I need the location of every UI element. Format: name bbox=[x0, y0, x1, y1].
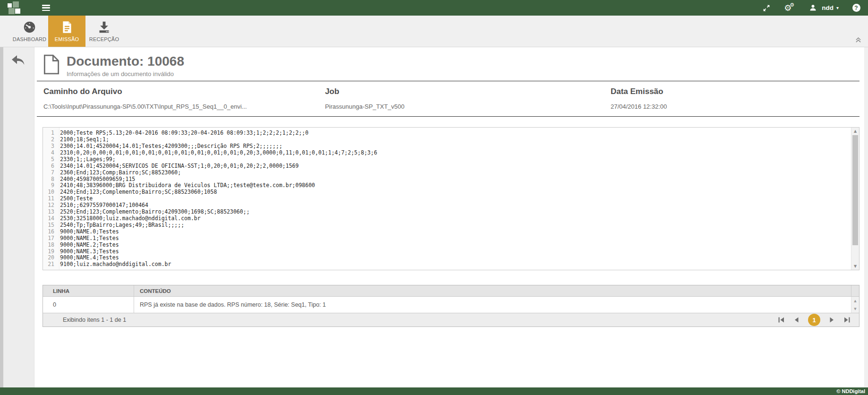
column-header-conteudo[interactable]: CONTEÚDO bbox=[134, 285, 851, 296]
scroll-down-icon[interactable]: ▼ bbox=[851, 263, 859, 270]
user-person-icon bbox=[808, 2, 818, 14]
line-content: 2400;45987005009659;115 bbox=[57, 176, 135, 183]
line-content: 2410;48;38396000;BRG Distribuidora de Ve… bbox=[57, 182, 315, 189]
back-button[interactable] bbox=[10, 54, 27, 68]
tab-recepcao[interactable]: RECEPÇÃO bbox=[85, 16, 123, 47]
line-content: 2520;End;123;Complemento;Bairro;4209300;… bbox=[57, 209, 250, 215]
line-content: 2000;Teste RPS;5.13;20-04-2016 08:09:33;… bbox=[57, 130, 308, 137]
line-content: 2420;End;123;Complemento;Bairro;SC;88523… bbox=[57, 189, 217, 196]
line-number: 14 bbox=[43, 215, 57, 222]
tab-dashboard[interactable]: DASHBOARD bbox=[11, 16, 48, 47]
line-content: 2360;End;123;Comp;Bairro;SC;88523060; bbox=[57, 170, 181, 176]
code-scrollbar[interactable]: ▲ ▼ bbox=[851, 128, 859, 270]
line-content: 9000;NAME.0;Testes bbox=[57, 229, 119, 235]
chevron-down-icon: ▾ bbox=[836, 5, 839, 10]
field-caminho-value: C:\Tools\Input\Pirassununga-SP\5.00\TXT\… bbox=[43, 103, 325, 110]
line-number: 3 bbox=[43, 143, 57, 150]
errors-table-pager: Exibindo itens 1 - 1 de 1 1 bbox=[43, 313, 859, 326]
document-fields: Caminho do Arquivo C:\Tools\Input\Pirass… bbox=[37, 81, 859, 117]
column-header-linha[interactable]: LINHA bbox=[43, 285, 134, 296]
scroll-up-icon[interactable]: ▲ bbox=[851, 128, 859, 135]
gear-small-icon: ⚙ bbox=[790, 2, 794, 8]
tab-recepcao-label: RECEPÇÃO bbox=[89, 36, 119, 42]
pager-current-page[interactable]: 1 bbox=[808, 314, 820, 326]
app-window: ⚙ ⚙ ndd ▾ ? bbox=[0, 0, 868, 395]
left-rail bbox=[0, 47, 34, 387]
pager-first-page-icon[interactable] bbox=[778, 317, 785, 323]
line-content: 2530;32518000;luiz.machado@nddigital.com… bbox=[57, 215, 201, 222]
app-footer: © NDDigital bbox=[0, 387, 868, 395]
code-line: 132520;End;123;Complemento;Bairro;420930… bbox=[43, 209, 851, 215]
field-job-label: Job bbox=[325, 87, 611, 96]
file-content-viewer: 12000;Teste RPS;5.13;20-04-2016 08:09:33… bbox=[43, 127, 859, 270]
code-line: 152540;Tp;TpBairro;Lages;49;;BRasil;;;;; bbox=[43, 222, 851, 229]
pager-next-page-icon[interactable] bbox=[828, 317, 835, 323]
collapse-toolbar-chevrons-icon[interactable] bbox=[855, 36, 861, 44]
tab-emissao-label: EMISSÃO bbox=[55, 36, 79, 42]
field-caminho: Caminho do Arquivo C:\Tools\Input\Pirass… bbox=[43, 87, 325, 110]
code-line: 142530;32518000;luiz.machado@nddigital.c… bbox=[43, 215, 851, 222]
code-line: 62340;14.01;4520004;SERVICOS DE OFICINA-… bbox=[43, 163, 851, 170]
errors-table-scrollbar[interactable]: ▲ ▼ bbox=[851, 297, 859, 313]
code-line: 32300;14.01;4520004;14.01;Testes;4209300… bbox=[43, 143, 851, 150]
line-number: 4 bbox=[43, 150, 57, 156]
line-content: 2310;0,20;0,00;0,01;0,01;0,01;0,01;0,01;… bbox=[57, 150, 377, 156]
scrollbar-thumb[interactable] bbox=[852, 135, 858, 245]
field-job-value: Pirassununga-SP_TXT_v500 bbox=[325, 103, 611, 110]
topbar: ⚙ ⚙ ndd ▾ ? bbox=[0, 0, 868, 16]
line-number: 13 bbox=[43, 209, 57, 215]
line-content: 9100;luiz.machado@nddigital.com.br bbox=[57, 261, 171, 268]
line-number: 10 bbox=[43, 189, 57, 196]
user-name-label: ndd bbox=[822, 4, 834, 11]
code-line: 82400;45987005009659;115 bbox=[43, 176, 851, 183]
line-number: 16 bbox=[43, 229, 57, 235]
menu-hamburger-icon[interactable] bbox=[42, 5, 50, 11]
settings-gears-icon[interactable]: ⚙ ⚙ bbox=[784, 2, 796, 14]
line-number: 6 bbox=[43, 163, 57, 170]
line-content: 9000;NAME.3;Testes bbox=[57, 249, 119, 255]
line-content: 2500;Teste bbox=[57, 196, 93, 202]
help-icon[interactable]: ? bbox=[851, 2, 861, 14]
line-number: 1 bbox=[43, 130, 57, 137]
errors-table-rows: 0RPS já existe na base de dados. RPS núm… bbox=[43, 297, 851, 313]
line-number: 18 bbox=[43, 242, 57, 249]
line-content: 9000;NAME.2;Testes bbox=[57, 242, 119, 249]
line-content: 2340;14.01;4520004;SERVICOS DE OFICINA-S… bbox=[57, 163, 298, 170]
line-number: 19 bbox=[43, 249, 57, 255]
pager-last-page-icon[interactable] bbox=[843, 317, 851, 323]
line-content: 9000;NAME.4;Testes bbox=[57, 255, 119, 261]
table-row[interactable]: 0RPS já existe na base de dados. RPS núm… bbox=[43, 297, 851, 313]
errors-table-body: 0RPS já existe na base de dados. RPS núm… bbox=[43, 297, 859, 313]
fullscreen-expand-icon[interactable] bbox=[761, 2, 772, 14]
pager-summary: Exibindo itens 1 - 1 de 1 bbox=[63, 317, 126, 323]
line-number: 12 bbox=[43, 202, 57, 209]
page-subtitle: Informações de um documento inválido bbox=[67, 70, 184, 77]
code-line: 122510;;62975597000147;100464 bbox=[43, 202, 851, 209]
line-number: 20 bbox=[43, 255, 57, 261]
user-menu[interactable]: ndd ▾ bbox=[808, 2, 839, 14]
code-line: 22100;18;Seq1;1; bbox=[43, 137, 851, 143]
line-content: 2330;1;;Lages;99; bbox=[57, 156, 116, 163]
table-cell-conteudo: RPS já existe na base de dados. RPS núme… bbox=[134, 297, 851, 313]
code-line: 112500;Teste bbox=[43, 196, 851, 202]
pager-controls: 1 bbox=[778, 314, 851, 326]
line-content: 9000;NAME.1;Testes bbox=[57, 235, 119, 242]
content-panel: Documento: 10068 Informações de um docum… bbox=[34, 47, 864, 387]
line-content: 2100;18;Seq1;1; bbox=[57, 137, 109, 143]
field-data-emissao-label: Data Emissão bbox=[611, 87, 859, 96]
line-number: 7 bbox=[43, 170, 57, 176]
scrollbar-track[interactable] bbox=[851, 135, 859, 263]
code-line: 102420;End;123;Complemento;Bairro;SC;885… bbox=[43, 189, 851, 196]
page-title: Documento: 10068 bbox=[67, 54, 184, 69]
pager-prev-page-icon[interactable] bbox=[793, 317, 800, 323]
line-number: 2 bbox=[43, 137, 57, 143]
table-scroll-up-icon[interactable]: ▲ bbox=[854, 299, 856, 303]
page-body: Documento: 10068 Informações de um docum… bbox=[0, 47, 868, 387]
nddigital-logo-icon bbox=[8, 1, 22, 14]
tab-emissao[interactable]: EMISSÃO bbox=[48, 16, 85, 47]
document-emission-icon bbox=[60, 20, 74, 34]
table-scroll-down-icon[interactable]: ▼ bbox=[854, 307, 856, 311]
download-reception-icon bbox=[97, 20, 111, 34]
code-line: 209000;NAME.4;Testes bbox=[43, 255, 851, 261]
errors-table: LINHA CONTEÚDO 0RPS já existe na base de… bbox=[43, 285, 859, 327]
